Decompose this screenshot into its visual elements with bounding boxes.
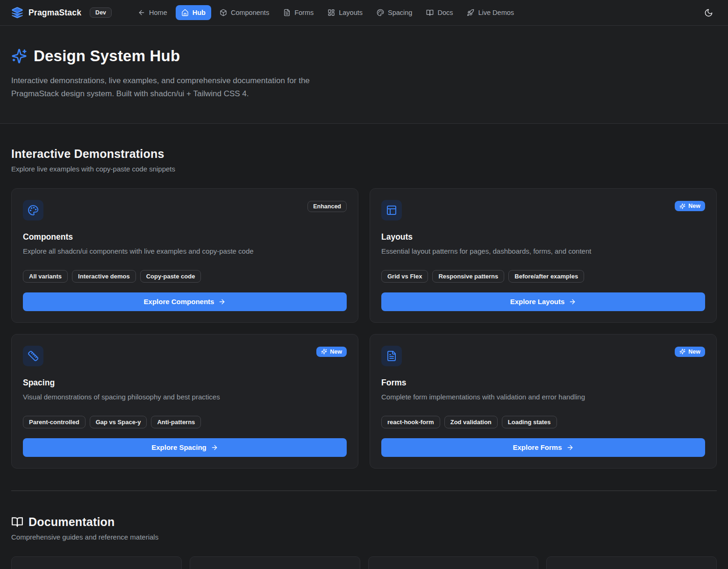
top-navigation: PragmaStack Dev Home Hub Components Form… <box>0 0 728 26</box>
nav-item-label: Components <box>231 9 269 16</box>
nav-item-components[interactable]: Components <box>214 5 275 20</box>
new-badge: New <box>675 201 705 211</box>
section-title: Interactive Demonstrations <box>11 147 717 161</box>
button-label: Explore Layouts <box>510 298 565 306</box>
arrow-right-icon <box>218 298 226 306</box>
theme-toggle-button[interactable] <box>700 5 717 21</box>
nav-item-hub[interactable]: Hub <box>176 5 211 20</box>
new-badge: New <box>316 347 347 357</box>
tag-row: react-hook-form Zod validation Loading s… <box>381 416 705 428</box>
card-description: Essential layout patterns for pages, das… <box>381 246 705 256</box>
arrow-left-icon <box>138 9 145 16</box>
arrow-right-icon <box>569 298 576 306</box>
nav-item-label: Live Demos <box>478 9 514 16</box>
rocket-icon <box>467 9 474 16</box>
nav-item-home[interactable]: Home <box>132 5 173 20</box>
nav-item-docs[interactable]: Docs <box>421 5 458 20</box>
doc-card-quick-reference[interactable]: Quick Reference Cheat sheet for lookups <box>546 556 717 569</box>
file-text-icon <box>381 346 402 366</box>
tag: All variants <box>23 270 68 283</box>
tag: Grid vs Flex <box>381 270 428 283</box>
arrow-right-icon <box>211 444 218 451</box>
file-text-icon <box>283 9 291 16</box>
tag: Anti-patterns <box>151 416 201 428</box>
documentation-section: Documentation Comprehensive guides and r… <box>11 515 717 569</box>
doc-card-ai-guidelines[interactable]: AI Guidelines Rules for AI code generati… <box>368 556 539 569</box>
sparkles-icon <box>11 48 27 64</box>
tag: Parent-controlled <box>23 416 86 428</box>
tag: Interactive demos <box>72 270 136 283</box>
layers-icon <box>11 7 23 19</box>
sparkles-icon <box>321 349 327 355</box>
demo-card-grid: Enhanced Components Explore all shadcn/u… <box>11 188 717 469</box>
button-label: Explore Spacing <box>151 443 207 451</box>
moon-icon <box>704 8 713 17</box>
button-label: Explore Components <box>144 298 214 306</box>
explore-components-button[interactable]: Explore Components <box>23 292 347 311</box>
doc-card-complete-documentation[interactable]: Complete Documentation Full design syste… <box>190 556 360 569</box>
tag: react-hook-form <box>381 416 440 428</box>
nav-item-label: Spacing <box>388 9 412 16</box>
card-title: Forms <box>381 378 705 388</box>
badge-label: New <box>330 349 342 355</box>
env-badge: Dev <box>90 7 112 18</box>
tag: Responsive patterns <box>432 270 504 283</box>
brand-name: PragmaStack <box>29 8 81 18</box>
box-icon <box>220 9 227 16</box>
enhanced-badge: Enhanced <box>307 201 347 212</box>
nav-item-label: Docs <box>437 9 453 16</box>
arrow-right-icon <box>566 444 574 451</box>
section-title: Documentation <box>29 515 115 529</box>
section-subtitle: Comprehensive guides and reference mater… <box>11 533 717 541</box>
page-title: Design System Hub <box>34 47 180 65</box>
tag-row: All variants Interactive demos Copy-past… <box>23 270 347 283</box>
demo-card-spacing: New Spacing Visual demonstrations of spa… <box>11 334 358 469</box>
book-open-icon <box>11 516 23 528</box>
tag: Gap vs Space-y <box>90 416 147 428</box>
card-description: Complete form implementations with valid… <box>381 392 705 402</box>
docs-card-grid: Quick Start 5-minute crash course Comple… <box>11 556 717 569</box>
nav-item-label: Forms <box>294 9 314 16</box>
new-badge: New <box>675 347 705 357</box>
nav-item-layouts[interactable]: Layouts <box>322 5 368 20</box>
card-title: Components <box>23 232 347 242</box>
nav-links: Home Hub Components Forms Layouts Spacin… <box>132 5 520 20</box>
explore-forms-button[interactable]: Explore Forms <box>381 438 705 457</box>
home-icon <box>181 9 189 16</box>
nav-item-spacing[interactable]: Spacing <box>371 5 418 20</box>
demo-card-forms: New Forms Complete form implementations … <box>370 334 717 469</box>
demo-card-layouts: New Layouts Essential layout patterns fo… <box>370 188 717 323</box>
sparkles-icon <box>679 203 685 209</box>
tag: Zod validation <box>444 416 498 428</box>
nav-item-label: Layouts <box>339 9 363 16</box>
card-description: Visual demonstrations of spacing philoso… <box>23 392 347 402</box>
tag: Before/after examples <box>508 270 584 283</box>
doc-card-quick-start[interactable]: Quick Start 5-minute crash course <box>11 556 182 569</box>
explore-layouts-button[interactable]: Explore Layouts <box>381 292 705 311</box>
card-title: Spacing <box>23 378 347 388</box>
main-content: Interactive Demonstrations Explore live … <box>0 124 728 569</box>
button-label: Explore Forms <box>513 443 562 451</box>
card-title: Layouts <box>381 232 705 242</box>
book-open-icon <box>426 9 434 16</box>
palette-icon <box>23 200 43 220</box>
page-description: Interactive demonstrations, live example… <box>11 74 357 100</box>
hero-section: Design System Hub Interactive demonstrat… <box>0 26 728 124</box>
tag: Loading states <box>502 416 557 428</box>
panels-top-left-icon <box>381 200 402 220</box>
nav-item-live-demos[interactable]: Live Demos <box>461 5 520 20</box>
brand[interactable]: PragmaStack Dev <box>11 7 112 19</box>
section-divider <box>11 491 717 491</box>
nav-item-forms[interactable]: Forms <box>278 5 319 20</box>
section-subtitle: Explore live examples with copy-paste co… <box>11 165 717 173</box>
sparkles-icon <box>679 349 685 355</box>
ruler-icon <box>23 346 43 366</box>
palette-icon <box>377 9 384 16</box>
tag-row: Grid vs Flex Responsive patterns Before/… <box>381 270 705 283</box>
nav-item-label: Home <box>149 9 167 16</box>
interactive-demos-section: Interactive Demonstrations Explore live … <box>11 147 717 469</box>
demo-card-components: Enhanced Components Explore all shadcn/u… <box>11 188 358 323</box>
tag-row: Parent-controlled Gap vs Space-y Anti-pa… <box>23 416 347 428</box>
explore-spacing-button[interactable]: Explore Spacing <box>23 438 347 457</box>
layout-grid-icon <box>328 9 335 16</box>
